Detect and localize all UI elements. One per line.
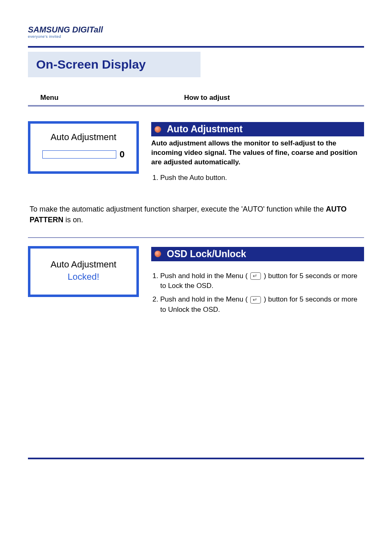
footnote-suffix: is on. <box>63 216 83 224</box>
logo-brand-text: SAMSUNG DIGITall <box>28 25 364 34</box>
osd-title: Auto Adjustment <box>35 132 132 143</box>
progress-value: 0 <box>120 149 125 160</box>
section-heading-bar: Auto Adjustment <box>151 122 364 136</box>
osd-preview-locked: Auto Adjustment Locked! <box>28 246 139 297</box>
step-pre: Push and hold in the Menu ( <box>160 272 249 280</box>
top-divider <box>28 46 364 48</box>
column-headers: Menu How to adjust <box>28 94 364 106</box>
section-divider <box>28 237 364 238</box>
page-title: On-Screen Display <box>36 58 146 71</box>
step-item: Push and hold in the Menu ( ) button for… <box>160 271 364 291</box>
section-description: Auto adjustment allows the monitor to se… <box>151 139 364 167</box>
brand-logo: SAMSUNG DIGITall everyone's invited <box>28 25 364 39</box>
osd-title: Auto Adjustment <box>35 259 132 270</box>
steps-list: Push and hold in the Menu ( ) button for… <box>151 271 364 315</box>
footnote-prefix: To make the automatic adjustment functio… <box>30 205 326 213</box>
progress-bar <box>42 150 116 159</box>
menu-button-icon <box>250 272 261 280</box>
steps-list: Push the Auto button. <box>151 173 364 183</box>
section-heading-bar: OSD Lock/Unlock <box>151 247 364 261</box>
page-title-banner: On-Screen Display <box>28 52 364 77</box>
section-heading: OSD Lock/Unlock <box>167 249 246 260</box>
bullet-icon <box>154 251 161 257</box>
step-item: Push and hold in the Menu ( ) button for… <box>160 295 364 315</box>
header-menu: Menu <box>40 94 184 102</box>
section-osd-lock: Auto Adjustment Locked! OSD Lock/Unlock … <box>28 246 364 318</box>
section-heading: Auto Adjustment <box>167 124 242 135</box>
step-item: Push the Auto button. <box>160 173 364 183</box>
osd-locked-text: Locked! <box>35 272 132 282</box>
osd-preview-auto-adjustment: Auto Adjustment 0 <box>28 121 139 174</box>
header-how-to-adjust: How to adjust <box>184 94 230 102</box>
step-pre: Push and hold in the Menu ( <box>160 295 249 303</box>
footnote: To make the automatic adjustment functio… <box>28 204 364 225</box>
bottom-divider <box>28 458 364 459</box>
logo-tagline: everyone's invited <box>28 35 364 39</box>
section-auto-adjustment: Auto Adjustment 0 Auto Adjustment Auto a… <box>28 121 364 186</box>
bullet-icon <box>154 126 161 133</box>
menu-button-icon <box>250 296 261 304</box>
